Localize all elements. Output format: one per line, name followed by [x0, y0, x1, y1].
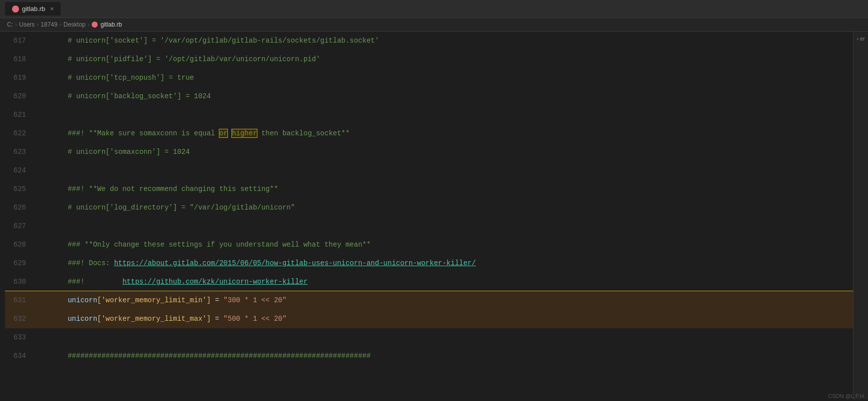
line-text: # unicorn['backlog_socket'] = 1024: [34, 87, 211, 106]
table-row: 623 # unicorn['somaxconn'] = 1024: [5, 143, 853, 161]
breadcrumb-folder2: Desktop: [64, 21, 86, 28]
table-row: 628 ### **Only change these settings if …: [5, 236, 853, 254]
line-number: 626: [5, 198, 34, 217]
tab-label: gitlab.rb: [22, 5, 45, 13]
line-text: ###! Docs: https://about.gitlab.com/2015…: [34, 254, 476, 273]
table-row: 621: [5, 106, 853, 124]
line-number: 631: [5, 291, 34, 310]
line-number: 617: [5, 32, 34, 50]
table-row: 618 # unicorn['pidfile'] = '/opt/gitlab/…: [5, 50, 853, 69]
line-text: # unicorn['socket'] = '/var/opt/gitlab/g…: [34, 32, 379, 50]
line-number: 627: [5, 217, 34, 236]
line-number: 624: [5, 161, 34, 180]
table-row: 626 # unicorn['log_directory'] = "/var/l…: [5, 198, 853, 217]
line-number: 625: [5, 180, 34, 198]
table-row: 625 ###! **We do not recommend changing …: [5, 180, 853, 198]
line-number: 618: [5, 50, 34, 69]
ruby-icon: [12, 6, 19, 13]
table-row: 630 ###! https://github.com/kzk/unicorn-…: [5, 273, 853, 291]
tab-gitlab-rb[interactable]: gitlab.rb ✕: [5, 2, 61, 16]
line-text: # unicorn['tcp_nopush'] = true: [34, 69, 194, 87]
table-row: 619 # unicorn['tcp_nopush'] = true: [5, 69, 853, 87]
line-number: 623: [5, 143, 34, 161]
breadcrumb-folder1: 18749: [41, 21, 57, 28]
breadcrumb-users: Users: [19, 21, 35, 28]
line-number: 633: [5, 328, 34, 347]
table-row: 617 # unicorn['socket'] = '/var/opt/gitl…: [5, 32, 853, 50]
breadcrumb-drive: C:: [7, 21, 13, 28]
side-panel-label: › er: [856, 36, 865, 42]
line-text: unicorn['worker_memory_limit_min'] = "30…: [34, 291, 286, 310]
line-number: 628: [5, 236, 34, 254]
title-bar: gitlab.rb ✕: [0, 0, 868, 18]
line-text: # unicorn['log_directory'] = "/var/log/g…: [34, 198, 295, 217]
line-text: unicorn['worker_memory_limit_max'] = "50…: [34, 310, 286, 328]
code-lines: 617 # unicorn['socket'] = '/var/opt/gitl…: [0, 32, 853, 399]
table-row: 622 ###! **Make sure somaxconn is equal …: [5, 124, 853, 143]
line-number: 621: [5, 106, 34, 124]
line-number: 620: [5, 87, 34, 106]
line-text: # unicorn['somaxconn'] = 1024: [34, 143, 190, 161]
line-text: # unicorn['pidfile'] = '/opt/gitlab/var/…: [34, 50, 320, 69]
line-text: ###! https://github.com/kzk/unicorn-work…: [34, 273, 308, 291]
table-row: 620 # unicorn['backlog_socket'] = 1024: [5, 87, 853, 106]
tab-close-button[interactable]: ✕: [50, 5, 54, 13]
line-text: ########################################…: [34, 347, 371, 365]
line-text: ### **Only change these settings if you …: [34, 236, 371, 254]
line-text: ###! **We do not recommend changing this…: [34, 180, 278, 198]
line-number: 634: [5, 347, 34, 365]
table-row: 632 unicorn['worker_memory_limit_max'] =…: [5, 310, 853, 328]
table-row: 629 ###! Docs: https://about.gitlab.com/…: [5, 254, 853, 273]
line-number: 622: [5, 124, 34, 143]
breadcrumb-file: gitlab.rb: [101, 21, 122, 28]
table-row: 627: [5, 217, 853, 236]
file-ruby-icon: [92, 22, 98, 28]
table-row: 624: [5, 161, 853, 180]
code-area: 617 # unicorn['socket'] = '/var/opt/gitl…: [0, 32, 868, 399]
breadcrumb: C: › Users › 18749 › Desktop › gitlab.rb: [0, 18, 868, 32]
line-number: 632: [5, 310, 34, 328]
table-row: 634 ####################################…: [5, 347, 853, 365]
table-row: 631 unicorn['worker_memory_limit_min'] =…: [5, 291, 853, 310]
line-text: ###! **Make sure somaxconn is equal or h…: [34, 124, 350, 143]
side-panel: › er: [853, 32, 868, 399]
line-number: 629: [5, 254, 34, 273]
table-row: 633: [5, 328, 853, 347]
watermark: CSDN @L.P.H: [828, 393, 864, 399]
line-number: 619: [5, 69, 34, 87]
line-number: 630: [5, 273, 34, 291]
